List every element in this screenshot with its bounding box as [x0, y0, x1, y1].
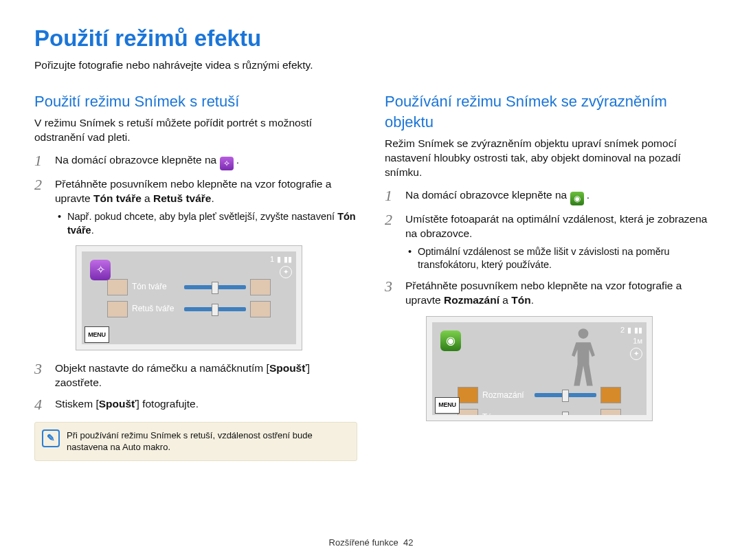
- thumb-tone-high: [600, 409, 621, 415]
- slider-blur[interactable]: [535, 393, 596, 397]
- step-3-a: Objekt nastavte do rámečku a namáčknutím…: [55, 362, 269, 374]
- menu-button[interactable]: MENU: [85, 326, 109, 343]
- page-footer: Rozšířené funkce 42: [0, 537, 742, 549]
- globe-icon: ✦: [630, 348, 642, 360]
- slider-face-tone[interactable]: [184, 285, 246, 289]
- slider-row-face-retouch: Retuš tváře: [107, 301, 271, 317]
- thumb-retouch-high: [250, 301, 271, 317]
- step-3r-b2: Tón: [511, 294, 530, 306]
- right-column: Používání režimu Snímek se zvýrazněním o…: [385, 91, 708, 460]
- step-1-text-post: .: [236, 154, 239, 166]
- slider-row-tone: Tón: [458, 409, 621, 415]
- beauty-mode-icon: ✧: [220, 157, 234, 170]
- battery-icon: ▮▮: [284, 254, 292, 265]
- step-4-left: Stiskem [Spoušť] fotografujte.: [34, 397, 357, 412]
- label-tone: Tón: [482, 412, 530, 415]
- step-2-right: Umístěte fotoaparát na optimální vzdálen…: [385, 212, 708, 272]
- step-1r-post: .: [587, 189, 589, 201]
- label-face-tone: Tón tváře: [132, 281, 180, 292]
- footer-page-number: 42: [403, 537, 413, 548]
- section-heading-right: Používání režimu Snímek se zvýrazněním o…: [385, 91, 708, 132]
- battery-icon: ▮▮: [634, 325, 642, 335]
- step-2-substep: Např. pokud chcete, aby byla pleť světle…: [55, 210, 357, 237]
- step-4-a: Stiskem [: [55, 398, 99, 410]
- step-3-left: Objekt nastavte do rámečku a namáčknutím…: [34, 361, 357, 390]
- step-2r-sub: Optimální vzdálenost se může lišit v záv…: [405, 245, 708, 272]
- label-face-retouch: Retuš tváře: [132, 303, 180, 314]
- step-1-right: Na domácí obrazovce klepněte na ◉ .: [385, 188, 708, 205]
- left-column: Použití režimu Snímek s retuší V režimu …: [34, 91, 357, 460]
- intro-left: V režimu Snímek s retuší můžete pořídit …: [34, 116, 357, 145]
- highlight-mode-icon: ◉: [570, 192, 584, 205]
- thumb-tone-low: [458, 409, 478, 415]
- footer-section: Rozšířené funkce: [329, 537, 398, 548]
- person-silhouette-icon: [563, 326, 604, 392]
- step-2r-text: Umístěte fotoaparát na optimální vzdálen…: [405, 213, 707, 239]
- step-2-end: .: [211, 192, 214, 204]
- card-icon: ▮: [277, 254, 281, 265]
- thumb-face-tone-low: [107, 279, 128, 295]
- card-icon: ▮: [627, 325, 631, 335]
- step-1-left: Na domácí obrazovce klepněte na ✧ .: [34, 153, 357, 170]
- note-icon: ✎: [42, 429, 60, 447]
- lcd-highlight: ◉ 2 ▮ ▮▮ 1м ✦: [426, 316, 653, 421]
- page-subtitle: Pořizujte fotografie nebo nahrávejte vid…: [34, 58, 708, 73]
- step-2-bold-2: Retuš tváře: [153, 192, 211, 204]
- thumb-blur-low: [458, 387, 478, 403]
- step-3-bold: Spoušť: [269, 362, 307, 374]
- step-1r-pre: Na domácí obrazovce klepněte na: [405, 189, 570, 201]
- step-3r-mid: a: [499, 294, 511, 306]
- step-2-sub-end: .: [91, 225, 94, 236]
- lcd-status-highlight: 2 ▮ ▮▮ 1м ✦: [620, 325, 642, 361]
- slider-face-retouch[interactable]: [184, 307, 246, 311]
- lcd-count-highlight: 2: [620, 325, 625, 335]
- globe-icon: ✦: [280, 266, 292, 278]
- lcd-count-beauty: 1: [270, 254, 274, 265]
- section-heading-left: Použití režimu Snímek s retuší: [34, 91, 357, 112]
- step-3-right: Přetáhněte posuvníkem nebo klepněte na v…: [385, 279, 708, 421]
- step-2-sub-a: Např. pokud chcete, aby byla pleť světle…: [67, 211, 337, 222]
- lcd-corner-beauty-icon: ✧: [90, 260, 111, 280]
- step-1-text-pre: Na domácí obrazovce klepněte na: [55, 154, 220, 166]
- page-title: Použití režimů efektu: [34, 23, 708, 54]
- step-2-left: Přetáhněte posuvníkem nebo klepněte na v…: [34, 177, 357, 350]
- step-4-bold: Spoušť: [99, 398, 137, 410]
- step-4-c: ] fotografujte.: [137, 398, 199, 410]
- step-3r-b1: Rozmazání: [444, 294, 499, 306]
- thumb-face-tone-high: [250, 279, 271, 295]
- slider-row-face-tone: Tón tváře: [107, 279, 271, 295]
- step-2-bold-1: Tón tváře: [93, 192, 142, 204]
- lcd-status-beauty: 1 ▮ ▮▮ ✦: [270, 254, 292, 278]
- menu-button[interactable]: MENU: [435, 397, 460, 414]
- note-text: Při používání režimu Snímek s retuší, vz…: [67, 430, 313, 453]
- resolution-label: 1м: [633, 336, 642, 346]
- note-box: ✎ Při používání režimu Snímek s retuší, …: [34, 422, 357, 461]
- lcd-beauty: ✧ 1 ▮ ▮▮ ✦: [76, 245, 302, 350]
- step-3r-end: .: [531, 294, 534, 306]
- intro-right: Režim Snímek se zvýrazněním objektu upra…: [385, 137, 708, 180]
- label-blur: Rozmazání: [482, 390, 530, 401]
- step-2-mid: a: [142, 192, 153, 204]
- thumb-retouch-low: [107, 301, 128, 317]
- lcd-corner-highlight-icon: ◉: [440, 331, 461, 351]
